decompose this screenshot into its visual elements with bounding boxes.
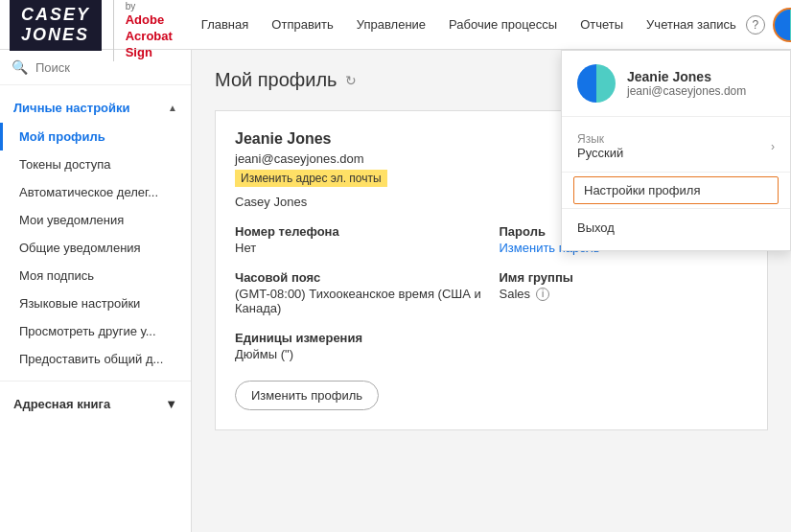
adobe-product-name: Adobe Acrobat Sign bbox=[126, 12, 173, 61]
group-value: Sales bbox=[500, 287, 531, 301]
chevron-down-icon: ▼ bbox=[165, 397, 177, 411]
header-actions: ? bbox=[746, 8, 791, 42]
dropdown-user-info: Jeanie Jones jeani@caseyjones.dom bbox=[627, 69, 746, 98]
help-icon[interactable]: ? bbox=[746, 15, 765, 35]
dropdown-avatar bbox=[577, 64, 616, 103]
dropdown-menu-items: Язык Русский › Настройки профиля Выход bbox=[562, 117, 790, 250]
dropdown-user-header: Jeanie Jones jeani@caseyjones.dom bbox=[562, 51, 790, 117]
change-email-button[interactable]: Изменить адрес эл. почты bbox=[235, 170, 387, 187]
adobe-branding: Powered by Adobe Acrobat Sign bbox=[113, 0, 173, 61]
powered-by-text: Powered by bbox=[126, 0, 173, 12]
phone-label: Номер телефона bbox=[235, 224, 484, 239]
avatar-button[interactable] bbox=[773, 8, 791, 42]
timezone-value: (GMT-08:00) Тихоокеанское время (США и К… bbox=[235, 287, 484, 315]
units-label: Единицы измерения bbox=[235, 331, 484, 345]
group-info-icon[interactable]: i bbox=[536, 288, 549, 301]
sidebar-item-access-tokens[interactable]: Токены доступа bbox=[0, 150, 191, 178]
user-dropdown: Jeanie Jones jeani@caseyjones.dom Язык Р… bbox=[561, 50, 791, 251]
nav-home[interactable]: Главная bbox=[192, 12, 258, 37]
chevron-up-icon: ▲ bbox=[168, 103, 177, 113]
casey-jones-logo: CASEY JONES bbox=[10, 0, 102, 51]
dropdown-user-name: Jeanie Jones bbox=[627, 69, 746, 84]
language-chevron-icon: › bbox=[771, 140, 775, 153]
search-input[interactable] bbox=[35, 60, 179, 75]
dropdown-profile-settings-item[interactable]: Настройки профиля bbox=[573, 176, 779, 204]
sidebar-item-my-profile[interactable]: Мой профиль bbox=[0, 123, 191, 150]
main-layout: 🔍 Личные настройки ▲ Мой профиль Токены … bbox=[0, 50, 791, 532]
sidebar-section-label-personal: Личные настройки bbox=[13, 101, 130, 115]
dropdown-language-item[interactable]: Язык Русский › bbox=[562, 125, 790, 168]
nav-workflows[interactable]: Рабочие процессы bbox=[439, 12, 567, 37]
language-label: Язык bbox=[577, 132, 623, 146]
sidebar-item-view-others[interactable]: Просмотреть другие у... bbox=[0, 317, 191, 345]
nav-send[interactable]: Отправить bbox=[262, 12, 342, 37]
edit-profile-button[interactable]: Изменить профиль bbox=[235, 381, 379, 410]
dropdown-logout-item[interactable]: Выход bbox=[562, 213, 790, 243]
sidebar-item-general-notifications[interactable]: Общие уведомления bbox=[0, 234, 191, 262]
sidebar: 🔍 Личные настройки ▲ Мой профиль Токены … bbox=[0, 50, 192, 532]
nav-account[interactable]: Учетная запись bbox=[637, 12, 746, 37]
units-value: Дюймы (") bbox=[235, 347, 484, 361]
nav-manage[interactable]: Управление bbox=[347, 12, 435, 37]
timezone-block: Часовой пояс (GMT-08:00) Тихоокеанское в… bbox=[235, 270, 484, 315]
avatar-circle bbox=[775, 10, 791, 40]
sidebar-address-book-section: Адресная книга ▼ bbox=[0, 381, 191, 427]
sidebar-item-auto-delegate[interactable]: Автоматическое делег... bbox=[0, 178, 191, 206]
refresh-icon[interactable]: ↻ bbox=[345, 73, 357, 88]
page-title-text: Мой профиль bbox=[215, 69, 337, 91]
sidebar-item-language-settings[interactable]: Языковые настройки bbox=[0, 289, 191, 317]
header-nav: Главная Отправить Управление Рабочие про… bbox=[192, 12, 746, 37]
header-logo: CASEY JONES Powered by Adobe Acrobat Sig… bbox=[10, 0, 173, 61]
phone-value: Нет bbox=[235, 241, 484, 255]
phone-block: Номер телефона Нет bbox=[235, 224, 484, 255]
group-info: Sales i bbox=[500, 287, 749, 301]
sidebar-item-my-notifications[interactable]: Мои уведомления bbox=[0, 206, 191, 234]
group-block: Имя группы Sales i bbox=[500, 270, 749, 315]
sidebar-address-book-header[interactable]: Адресная книга ▼ bbox=[0, 389, 191, 419]
dropdown-divider bbox=[562, 172, 790, 173]
sidebar-address-book-label: Адресная книга bbox=[13, 397, 110, 411]
dropdown-profile-settings-label: Настройки профиля bbox=[584, 183, 700, 197]
dropdown-divider-2 bbox=[562, 208, 790, 209]
sidebar-item-share[interactable]: Предоставить общий д... bbox=[0, 345, 191, 373]
dropdown-language-content: Язык Русский bbox=[577, 132, 623, 160]
search-icon: 🔍 bbox=[12, 59, 28, 75]
group-label: Имя группы bbox=[500, 270, 749, 285]
sidebar-item-my-signature[interactable]: Моя подпись bbox=[0, 262, 191, 289]
units-block: Единицы измерения Дюймы (") bbox=[235, 331, 484, 361]
language-value: Русский bbox=[577, 146, 623, 160]
dropdown-user-email: jeani@caseyjones.dom bbox=[627, 84, 746, 98]
sidebar-personal-settings: Личные настройки ▲ Мой профиль Токены до… bbox=[0, 85, 191, 381]
sidebar-section-header-personal[interactable]: Личные настройки ▲ bbox=[0, 93, 191, 123]
nav-reports[interactable]: Отчеты bbox=[570, 12, 633, 37]
header: CASEY JONES Powered by Adobe Acrobat Sig… bbox=[0, 0, 791, 50]
timezone-label: Часовой пояс bbox=[235, 270, 484, 285]
